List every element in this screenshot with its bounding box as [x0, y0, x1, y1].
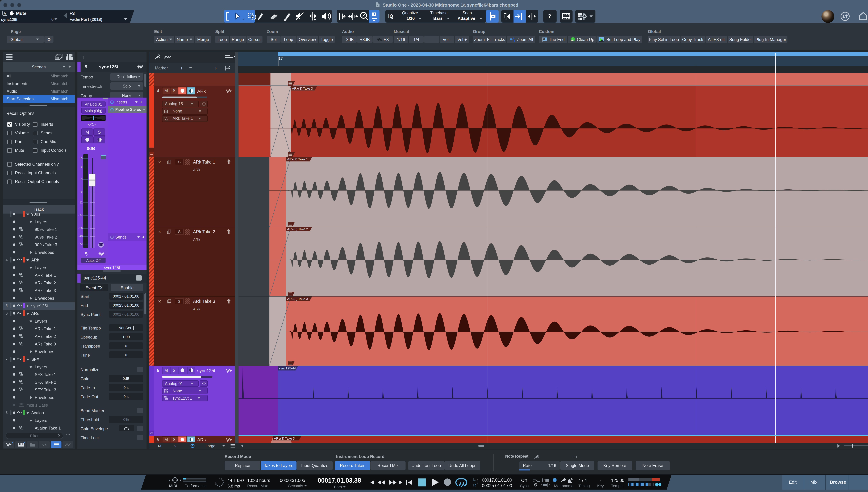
svg-text:End: End — [543, 38, 546, 40]
